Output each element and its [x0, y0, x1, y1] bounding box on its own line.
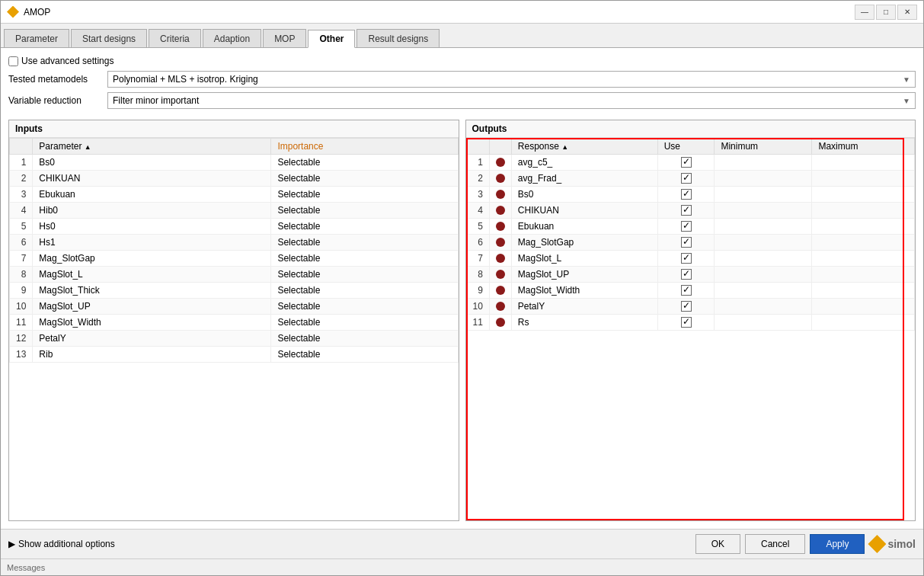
simol-icon	[868, 535, 886, 553]
row-dot-cell	[489, 235, 511, 251]
row-use[interactable]	[657, 251, 715, 267]
row-dot-cell	[489, 203, 511, 219]
table-row[interactable]: 6 Mag_SlotGap	[466, 235, 915, 251]
table-row[interactable]: 9 MagSlot_Thick Selectable	[10, 283, 459, 299]
row-maximum	[812, 171, 915, 187]
ok-button[interactable]: OK	[695, 534, 740, 554]
use-checkbox[interactable]	[681, 285, 692, 296]
row-parameter: Mag_SlotGap	[33, 251, 271, 267]
outputs-col-response[interactable]: Response	[511, 139, 657, 155]
row-num: 1	[10, 155, 33, 171]
status-dot	[496, 206, 505, 215]
variable-reduction-dropdown[interactable]: Filter minor important ▼	[107, 92, 916, 109]
row-use[interactable]	[657, 283, 715, 299]
table-row[interactable]: 1 Bs0 Selectable	[10, 155, 459, 171]
outputs-col-minimum[interactable]: Minimum	[715, 139, 812, 155]
table-row[interactable]: 1 avg_c5_	[466, 155, 915, 171]
table-row[interactable]: 9 MagSlot_Width	[466, 283, 915, 299]
cancel-button[interactable]: Cancel	[745, 534, 805, 554]
table-row[interactable]: 2 CHIKUAN Selectable	[10, 171, 459, 187]
table-row[interactable]: 8 MagSlot_L Selectable	[10, 267, 459, 283]
row-response: Mag_SlotGap	[511, 235, 657, 251]
use-checkbox[interactable]	[681, 253, 692, 264]
row-use[interactable]	[657, 219, 715, 235]
use-checkbox[interactable]	[681, 317, 692, 328]
row-dot-cell	[489, 251, 511, 267]
table-row[interactable]: 7 Mag_SlotGap Selectable	[10, 251, 459, 267]
inputs-col-parameter[interactable]: Parameter	[33, 139, 271, 155]
row-use[interactable]	[657, 235, 715, 251]
row-use[interactable]	[657, 267, 715, 283]
inputs-table-container[interactable]: Parameter Importance 1 Bs0 Selectable 2 …	[9, 138, 459, 520]
show-additional-options[interactable]: ▶ Show additional options	[8, 539, 692, 549]
row-response: avg_c5_	[511, 155, 657, 171]
row-use[interactable]	[657, 203, 715, 219]
table-row[interactable]: 13 Rib Selectable	[10, 347, 459, 363]
apply-button[interactable]: Apply	[810, 534, 865, 554]
row-response: MagSlot_L	[511, 251, 657, 267]
outputs-col-use[interactable]: Use	[657, 139, 715, 155]
table-row[interactable]: 7 MagSlot_L	[466, 251, 915, 267]
table-row[interactable]: 8 MagSlot_UP	[466, 267, 915, 283]
table-row[interactable]: 2 avg_Frad_	[466, 171, 915, 187]
use-checkbox[interactable]	[681, 237, 692, 248]
row-importance: Selectable	[271, 203, 458, 219]
table-row[interactable]: 10 MagSlot_UP Selectable	[10, 299, 459, 315]
row-minimum	[715, 171, 812, 187]
tab-other[interactable]: Other	[308, 30, 355, 48]
advanced-settings-checkbox-label[interactable]: Use advanced settings	[8, 56, 114, 66]
outputs-col-maximum[interactable]: Maximum	[812, 139, 915, 155]
row-parameter: MagSlot_Thick	[33, 283, 271, 299]
table-row[interactable]: 5 Ebukuan	[466, 219, 915, 235]
table-row[interactable]: 6 Hs1 Selectable	[10, 235, 459, 251]
use-checkbox[interactable]	[681, 205, 692, 216]
table-row[interactable]: 4 CHIKUAN	[466, 203, 915, 219]
table-row[interactable]: 4 Hib0 Selectable	[10, 203, 459, 219]
advanced-settings-row: Use advanced settings	[8, 56, 916, 66]
use-checkbox[interactable]	[681, 157, 692, 168]
table-row[interactable]: 11 MagSlot_Width Selectable	[10, 315, 459, 331]
row-num: 8	[466, 267, 489, 283]
tab-adaption[interactable]: Adaption	[203, 29, 261, 47]
row-use[interactable]	[657, 171, 715, 187]
use-checkbox[interactable]	[681, 269, 692, 280]
outputs-table-container[interactable]: Response Use Minimum Maxim	[466, 138, 916, 520]
row-use[interactable]	[657, 187, 715, 203]
row-response: PetalY	[511, 299, 657, 315]
use-checkbox[interactable]	[681, 301, 692, 312]
window-title: AMOP	[24, 7, 855, 18]
tab-parameter[interactable]: Parameter	[4, 29, 69, 47]
tested-metamodels-dropdown[interactable]: Polynomial + MLS + isotrop. Kriging ▼	[107, 71, 916, 88]
advanced-settings-checkbox[interactable]	[8, 56, 18, 66]
row-importance: Selectable	[271, 219, 458, 235]
row-dot-cell	[489, 283, 511, 299]
tested-metamodels-label: Tested metamodels	[8, 74, 107, 85]
tab-start_designs[interactable]: Start designs	[71, 29, 147, 47]
row-use[interactable]	[657, 155, 715, 171]
variable-reduction-label: Variable reduction	[8, 95, 107, 106]
maximize-button[interactable]: □	[876, 5, 896, 20]
outputs-panel-title: Outputs	[466, 120, 916, 138]
table-row[interactable]: 5 Hs0 Selectable	[10, 219, 459, 235]
row-minimum	[715, 203, 812, 219]
close-button[interactable]: ✕	[897, 5, 917, 20]
tab-result_designs[interactable]: Result designs	[356, 29, 440, 47]
tab-mop[interactable]: MOP	[263, 29, 306, 47]
row-use[interactable]	[657, 299, 715, 315]
minimize-button[interactable]: —	[855, 5, 874, 20]
tab-criteria[interactable]: Criteria	[149, 29, 201, 47]
table-row[interactable]: 3 Bs0	[466, 187, 915, 203]
use-checkbox[interactable]	[681, 189, 692, 200]
use-checkbox[interactable]	[681, 221, 692, 232]
row-use[interactable]	[657, 315, 715, 331]
table-row[interactable]: 3 Ebukuan Selectable	[10, 187, 459, 203]
status-dot	[496, 222, 505, 231]
table-row[interactable]: 11 Rs	[466, 315, 915, 331]
table-row[interactable]: 12 PetalY Selectable	[10, 331, 459, 347]
row-num: 9	[466, 283, 489, 299]
use-checkbox[interactable]	[681, 173, 692, 184]
table-row[interactable]: 10 PetalY	[466, 299, 915, 315]
inputs-col-importance[interactable]: Importance	[271, 139, 458, 155]
row-minimum	[715, 155, 812, 171]
row-importance: Selectable	[271, 235, 458, 251]
